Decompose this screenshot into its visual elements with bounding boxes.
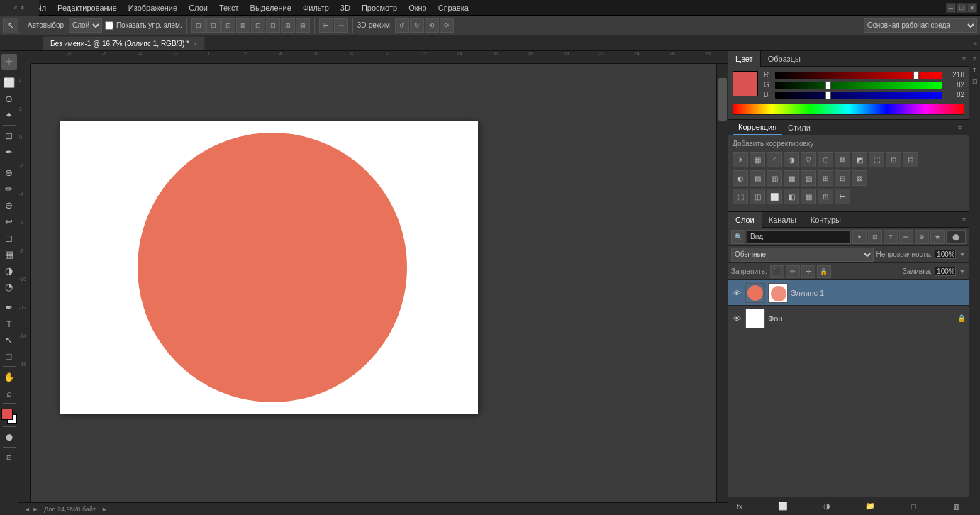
opacity-input[interactable] <box>935 250 956 259</box>
layer-row-ellipse[interactable]: 👁 Эллипс 1 <box>728 280 969 306</box>
layer-visibility-ellipse[interactable]: 👁 <box>731 287 742 299</box>
transform-icon-8[interactable]: ⊠ <box>296 18 310 33</box>
vibrance-icon[interactable]: ▽ <box>801 152 816 167</box>
pen-tool[interactable]: ✒ <box>1 299 17 315</box>
add-fx-button[interactable]: fx <box>733 499 747 514</box>
placeholder-icon-4[interactable]: ⬚ <box>733 189 748 204</box>
crop-tool[interactable]: ⊡ <box>1 128 17 143</box>
lock-all-icon[interactable]: 🔒 <box>817 265 831 278</box>
layer-visibility-background[interactable]: 👁 <box>731 313 742 324</box>
path-selection-tool[interactable]: ↖ <box>1 332 17 348</box>
3d-icon-1[interactable]: ↺ <box>395 18 409 33</box>
color-panel-collapse[interactable]: ≡ <box>962 55 969 62</box>
transform-icon-3[interactable]: ⊞ <box>221 18 235 33</box>
posterize-icon[interactable]: ▤ <box>750 170 765 186</box>
auto-select-dropdown[interactable]: Слой <box>69 18 102 33</box>
clone-stamp-tool[interactable]: ⊕ <box>1 197 17 213</box>
align-icon-2[interactable]: ⊣ <box>334 18 348 33</box>
layers-search-input[interactable] <box>747 230 851 244</box>
strip-icon-3[interactable]: ⊡ <box>970 77 980 87</box>
g-slider-track[interactable] <box>775 82 942 89</box>
move-tool[interactable]: ✛ <box>1 54 17 70</box>
b-slider-track[interactable] <box>775 92 942 99</box>
g-slider-thumb[interactable] <box>825 81 831 89</box>
workspace-select[interactable]: Основная рабочая среда <box>864 18 977 33</box>
placeholder-icon-8[interactable]: ▦ <box>801 189 816 204</box>
menu-window[interactable]: Окно <box>403 0 433 16</box>
foreground-color-swatch[interactable] <box>1 409 13 420</box>
add-mask-button[interactable]: ⬜ <box>776 499 790 514</box>
layers-filter-btn-2[interactable]: T <box>884 230 898 244</box>
hand-tool[interactable]: ✋ <box>1 369 17 384</box>
new-layer-button[interactable]: □ <box>907 499 921 514</box>
delete-layer-button[interactable]: 🗑 <box>950 499 964 514</box>
r-slider-track[interactable] <box>775 72 942 79</box>
placeholder-icon-3[interactable]: ⊠ <box>852 170 867 186</box>
placeholder-icon-7[interactable]: ◧ <box>784 189 799 204</box>
layers-panel-collapse[interactable]: ≡ <box>962 216 969 223</box>
opacity-expand[interactable]: ▼ <box>959 250 966 258</box>
maximize-button[interactable]: □ <box>957 3 967 13</box>
tab-contours[interactable]: Контуры <box>803 212 848 228</box>
transform-icon-2[interactable]: ⊟ <box>206 18 221 33</box>
eraser-tool[interactable]: ◻ <box>1 230 17 245</box>
shape-tool[interactable]: □ <box>1 348 17 364</box>
lock-move-icon[interactable]: ✛ <box>801 265 815 278</box>
layers-filter-dropdown[interactable]: ▼ <box>852 230 867 244</box>
add-adjustment-button[interactable]: ◑ <box>820 499 834 514</box>
eyedropper-tool[interactable]: ✒ <box>1 144 17 160</box>
menu-layers[interactable]: Слои <box>183 0 213 16</box>
strip-icon-1[interactable]: ≡ <box>970 54 980 64</box>
menu-filter[interactable]: Фильтр <box>297 0 335 16</box>
rectangular-marquee-tool[interactable]: ⬜ <box>1 74 17 90</box>
tab-styles[interactable]: Стили <box>782 120 816 135</box>
menu-edit[interactable]: Редактирование <box>52 0 123 16</box>
bw-icon[interactable]: ◩ <box>852 152 867 167</box>
placeholder-icon-5[interactable]: ◫ <box>750 189 765 204</box>
menu-image[interactable]: Изображение <box>123 0 183 16</box>
panel-collapse-left[interactable]: « <box>13 4 17 11</box>
placeholder-icon-2[interactable]: ⊟ <box>835 170 850 186</box>
layers-filter-toggle[interactable]: ⬤ <box>946 230 966 244</box>
b-slider-thumb[interactable] <box>825 91 831 99</box>
brightness-icon[interactable]: ☀ <box>733 152 748 167</box>
threshold-icon[interactable]: ▥ <box>767 170 782 186</box>
screen-mode-toggle[interactable]: ⊞ <box>1 450 17 465</box>
r-slider-thumb[interactable] <box>913 71 919 79</box>
hsl-icon[interactable]: ⬡ <box>818 152 833 167</box>
transform-icon-1[interactable]: ⊡ <box>191 18 206 33</box>
tab-layers[interactable]: Слои <box>728 212 762 228</box>
placeholder-icon-10[interactable]: ⊢ <box>835 189 850 204</box>
brush-tool[interactable]: ✏ <box>1 181 17 196</box>
color-swatch-large[interactable] <box>733 71 758 96</box>
levels-icon[interactable]: ▦ <box>750 152 765 167</box>
selective-color-icon[interactable]: ▧ <box>801 170 816 186</box>
layers-filter-btn-3[interactable]: ✏ <box>899 230 913 244</box>
tab-correction[interactable]: Коррекция <box>733 120 782 135</box>
tab-samples[interactable]: Образцы <box>761 51 808 67</box>
close-button[interactable]: ✕ <box>967 3 977 13</box>
lasso-tool[interactable]: ⊙ <box>1 91 17 106</box>
gradient-tool[interactable]: ▦ <box>1 246 17 262</box>
placeholder-icon-6[interactable]: ⬜ <box>767 189 782 204</box>
quick-select-tool[interactable]: ✦ <box>1 107 17 123</box>
tool-options-icon[interactable]: ↖ <box>3 18 18 33</box>
blur-tool[interactable]: ◑ <box>1 262 17 278</box>
placeholder-icon-9[interactable]: ⊡ <box>818 189 833 204</box>
photo-filter-icon[interactable]: ⬚ <box>869 152 884 167</box>
tab-bar-expand[interactable]: » <box>971 40 980 47</box>
lock-position-icon[interactable]: ✏ <box>786 265 800 278</box>
spot-healing-tool[interactable]: ⊕ <box>1 165 17 180</box>
3d-icon-3[interactable]: ⟲ <box>425 18 439 33</box>
align-icon-1[interactable]: ⊢ <box>319 18 333 33</box>
status-arrows[interactable]: ◄ ► <box>24 506 38 513</box>
zoom-tool[interactable]: ⌕ <box>1 385 17 401</box>
blend-mode-select[interactable]: Обычные <box>731 248 874 262</box>
layers-filter-btn-5[interactable]: ★ <box>930 230 945 244</box>
tab-color[interactable]: Цвет <box>728 51 761 67</box>
text-tool[interactable]: T <box>1 316 17 331</box>
dodge-tool[interactable]: ◔ <box>1 279 17 294</box>
menu-text[interactable]: Текст <box>213 0 245 16</box>
transform-icon-5[interactable]: ⊡ <box>251 18 265 33</box>
fill-input[interactable] <box>935 267 956 276</box>
